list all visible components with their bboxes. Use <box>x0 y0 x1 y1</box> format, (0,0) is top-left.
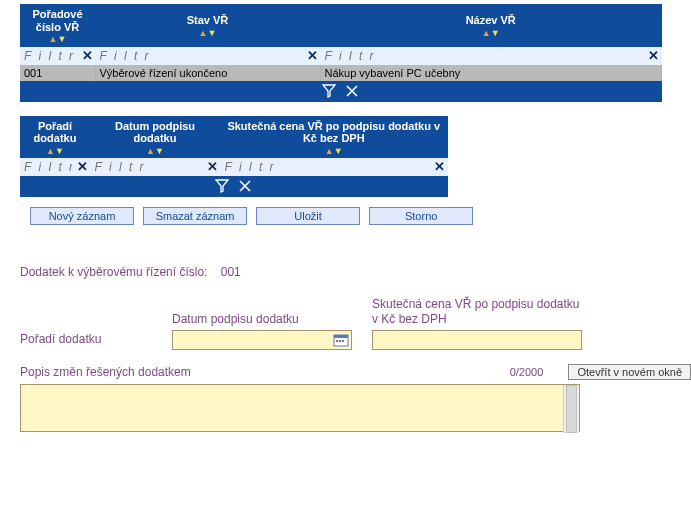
save-button[interactable]: Uložit <box>256 207 360 225</box>
table-row[interactable]: 001 Výběrové řízení ukončeno Nákup vybav… <box>20 65 662 81</box>
clear-icon[interactable]: ✕ <box>434 159 445 175</box>
col-header-stav[interactable]: Stav VŘ ▲▼ <box>95 4 320 47</box>
sort-icons[interactable]: ▲▼ <box>24 146 86 156</box>
svg-rect-4 <box>342 340 344 342</box>
scrollbar[interactable] <box>563 385 579 433</box>
filter-stav-input[interactable] <box>96 47 320 65</box>
dodatek-table: Pořadí dodatku ▲▼ Datum podpisu dodatku … <box>20 116 448 198</box>
poradi-label: Pořadí dodatku <box>20 332 152 346</box>
cena-label: Skutečná cena VŘ po podpisu dodatku v Kč… <box>372 297 582 326</box>
popis-textarea[interactable] <box>20 384 580 432</box>
filter-nazev-input[interactable] <box>321 47 662 65</box>
funnel-icon[interactable] <box>322 84 339 96</box>
form-title: Dodatek k výběrovému řízení číslo: 001 <box>20 265 691 279</box>
clear-icon[interactable]: ✕ <box>307 48 318 64</box>
new-record-button[interactable]: Nový záznam <box>30 207 134 225</box>
cena-input[interactable] <box>372 330 582 350</box>
sort-icons[interactable]: ▲▼ <box>324 28 658 38</box>
filter-cena-input[interactable] <box>221 158 448 176</box>
svg-rect-1 <box>334 335 348 338</box>
datum-input[interactable] <box>172 330 352 350</box>
svg-rect-3 <box>339 340 341 342</box>
clear-all-icon[interactable] <box>238 179 252 191</box>
col-header-poradove-cislo[interactable]: Pořadové číslo VŘ ▲▼ <box>20 4 95 47</box>
calendar-icon[interactable] <box>333 332 349 348</box>
clear-icon[interactable]: ✕ <box>77 159 88 175</box>
filter-datum-input[interactable] <box>91 158 220 176</box>
col-header-poradi[interactable]: Pořadí dodatku ▲▼ <box>20 116 90 159</box>
clear-icon[interactable]: ✕ <box>82 48 93 64</box>
cell-cislo: 001 <box>20 65 95 81</box>
delete-record-button[interactable]: Smazat záznam <box>143 207 247 225</box>
datum-label: Datum podpisu dodatku <box>172 312 352 326</box>
char-counter: 0/2000 <box>496 366 556 378</box>
sort-icons[interactable]: ▲▼ <box>94 146 216 156</box>
vr-table: Pořadové číslo VŘ ▲▼ Stav VŘ ▲▼ Název VŘ… <box>20 4 662 102</box>
clear-icon[interactable]: ✕ <box>648 48 659 64</box>
cancel-button[interactable]: Storno <box>369 207 473 225</box>
clear-icon[interactable]: ✕ <box>207 159 218 175</box>
cell-nazev: Nákup vybavení PC učebny <box>320 65 662 81</box>
sort-icons[interactable]: ▲▼ <box>224 146 444 156</box>
cell-stav: Výběrové řízení ukončeno <box>95 65 320 81</box>
col-header-nazev[interactable]: Název VŘ ▲▼ <box>320 4 662 47</box>
popis-label: Popis změn řešených dodatkem <box>20 365 484 379</box>
action-buttons: Nový záznam Smazat záznam Uložit Storno <box>30 207 691 225</box>
col-header-datum[interactable]: Datum podpisu dodatku ▲▼ <box>90 116 220 159</box>
sort-icons[interactable]: ▲▼ <box>24 34 91 44</box>
funnel-icon[interactable] <box>215 179 232 191</box>
clear-all-icon[interactable] <box>345 84 359 96</box>
col-header-cena[interactable]: Skutečná cena VŘ po podpisu dodatku v Kč… <box>220 116 448 159</box>
form-title-number: 001 <box>217 265 259 279</box>
svg-rect-2 <box>336 340 338 342</box>
form-area: Dodatek k výběrovému řízení číslo: 001 P… <box>20 265 691 434</box>
sort-icons[interactable]: ▲▼ <box>99 28 316 38</box>
open-new-window-button[interactable]: Otevřít v novém okně <box>568 364 691 380</box>
